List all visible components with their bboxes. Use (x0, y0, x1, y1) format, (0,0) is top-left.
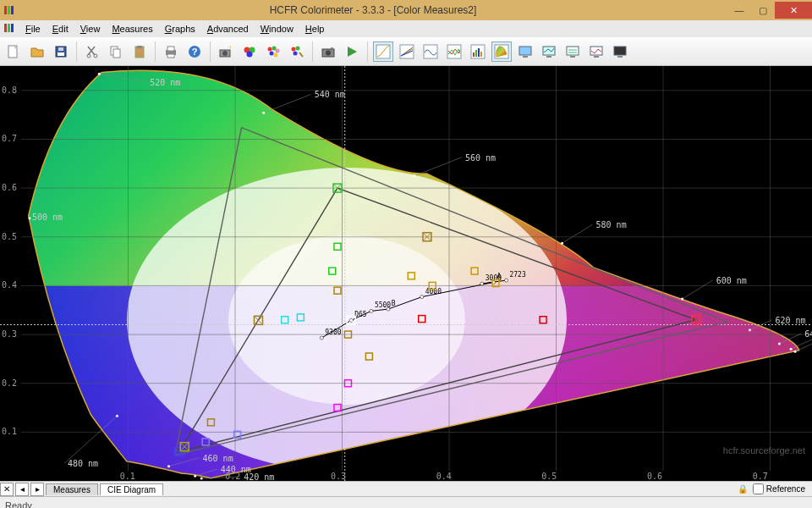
play-button[interactable] (342, 41, 362, 62)
svg-point-32 (296, 46, 300, 50)
svg-text:0.6: 0.6 (2, 183, 17, 192)
brush-balls-icon[interactable] (287, 41, 307, 62)
watermark-text: hcfr.sourceforge.net (723, 445, 805, 456)
svg-rect-43 (475, 50, 477, 57)
svg-text:0.5: 0.5 (541, 472, 557, 481)
svg-point-27 (272, 46, 277, 50)
save-button[interactable] (51, 41, 71, 62)
view-monitor5-button[interactable] (610, 41, 630, 62)
svg-text:0.4: 0.4 (436, 472, 452, 481)
menu-measures[interactable]: Measures (107, 22, 157, 36)
svg-text:9300: 9300 (325, 329, 341, 336)
svg-point-87 (420, 295, 424, 299)
tab-prev-button[interactable]: ◂ (15, 483, 29, 496)
view-monitor1-button[interactable] (515, 41, 535, 62)
svg-point-130 (262, 112, 265, 114)
rgb-balls-icon[interactable] (239, 41, 260, 62)
view-hist-button[interactable] (468, 41, 488, 62)
new-doc-button[interactable] (3, 41, 24, 62)
svg-point-30 (274, 52, 278, 57)
camera-icon[interactable] (318, 41, 338, 62)
svg-text:B: B (392, 300, 396, 307)
multi-balls-icon[interactable] (263, 41, 283, 62)
menu-window[interactable]: Window (255, 22, 299, 36)
tab-measures[interactable]: Measures (46, 483, 98, 495)
svg-point-35 (326, 50, 331, 55)
svg-point-139 (681, 297, 683, 300)
svg-text:0.4: 0.4 (2, 280, 17, 290)
svg-point-29 (270, 51, 274, 55)
svg-text:600 nm: 600 nm (716, 276, 747, 285)
view-curve2-button[interactable] (444, 41, 464, 62)
app-icon (3, 4, 15, 16)
menu-advanced[interactable]: Advanced (202, 22, 254, 36)
svg-point-142 (749, 329, 751, 331)
svg-point-118 (167, 465, 170, 467)
svg-rect-50 (546, 56, 551, 58)
toolbar: ? (0, 37, 812, 66)
svg-text:0.3: 0.3 (331, 472, 346, 481)
menu-file[interactable]: File (20, 22, 46, 36)
svg-text:0.8: 0.8 (2, 86, 17, 95)
tab-bar: ✕ ◂ ▸ Measures CIE Diagram 🔒 Reference (0, 481, 812, 496)
svg-rect-47 (519, 47, 531, 55)
svg-point-121 (116, 415, 118, 417)
help-button[interactable]: ? (184, 41, 205, 62)
doc-icon (3, 22, 15, 36)
svg-text:520 nm: 520 nm (150, 78, 180, 87)
copy-button[interactable] (106, 41, 126, 62)
tab-cie-diagram[interactable]: CIE Diagram (100, 483, 163, 495)
svg-text:0.6: 0.6 (647, 472, 662, 481)
svg-text:620 nm: 620 nm (775, 316, 805, 325)
view-gamma-button[interactable] (373, 41, 393, 62)
view-monitor4-button[interactable] (586, 41, 606, 62)
paste-button[interactable] (129, 41, 150, 62)
cut-button[interactable] (82, 41, 102, 62)
window-title: HCFR Colorimeter - 3.3.3 - [Color Measur… (19, 4, 727, 16)
view-curve1-button[interactable] (420, 41, 441, 62)
svg-text:580 nm: 580 nm (596, 220, 627, 229)
tab-close-button[interactable]: ✕ (0, 483, 14, 496)
svg-point-145 (778, 343, 781, 345)
status-text: Ready (5, 500, 32, 509)
menu-view[interactable]: View (75, 22, 106, 36)
maximize-button[interactable]: ▢ (751, 2, 775, 19)
view-cie-button[interactable] (491, 41, 512, 62)
svg-rect-49 (543, 47, 555, 55)
svg-text:540 nm: 540 nm (315, 90, 345, 99)
open-button[interactable] (27, 41, 47, 62)
reference-checkbox-input[interactable] (753, 483, 764, 494)
svg-text:500 nm: 500 nm (32, 213, 63, 222)
svg-rect-56 (617, 56, 623, 58)
svg-rect-54 (594, 56, 599, 58)
svg-line-134 (562, 224, 593, 243)
minimize-button[interactable]: — (727, 2, 751, 19)
cie-diagram-canvas[interactable]: 9300D655500B4000A30002723 0.10.20.30.40.… (0, 66, 812, 481)
svg-rect-44 (478, 48, 480, 57)
view-rgb-lines-button[interactable] (397, 41, 417, 62)
print-button[interactable] (161, 41, 181, 62)
menu-help[interactable]: Help (300, 22, 330, 36)
close-button[interactable]: ✕ (775, 2, 812, 19)
menu-graphs[interactable]: Graphs (160, 22, 200, 36)
svg-rect-18 (167, 54, 174, 58)
view-monitor3-button[interactable] (562, 41, 583, 62)
svg-rect-42 (473, 52, 475, 57)
svg-point-93 (504, 279, 508, 282)
reference-checkbox[interactable]: Reference (753, 483, 812, 494)
svg-text:460 nm: 460 nm (203, 454, 233, 463)
view-monitor2-button[interactable] (539, 41, 559, 62)
svg-rect-5 (11, 24, 14, 32)
svg-text:0.1: 0.1 (120, 472, 135, 481)
svg-text:440 nm: 440 nm (221, 465, 251, 474)
svg-text:0.7: 0.7 (2, 134, 17, 143)
window-controls: — ▢ ✕ (727, 2, 812, 19)
svg-rect-1 (8, 6, 10, 14)
menu-edit[interactable]: Edit (47, 22, 74, 36)
lock-icon: 🔒 (738, 484, 753, 494)
svg-point-151 (794, 351, 797, 353)
svg-point-22 (222, 51, 228, 56)
svg-point-83 (370, 309, 373, 312)
camera-flash-icon[interactable] (216, 41, 236, 62)
tab-next-button[interactable]: ▸ (30, 483, 44, 496)
